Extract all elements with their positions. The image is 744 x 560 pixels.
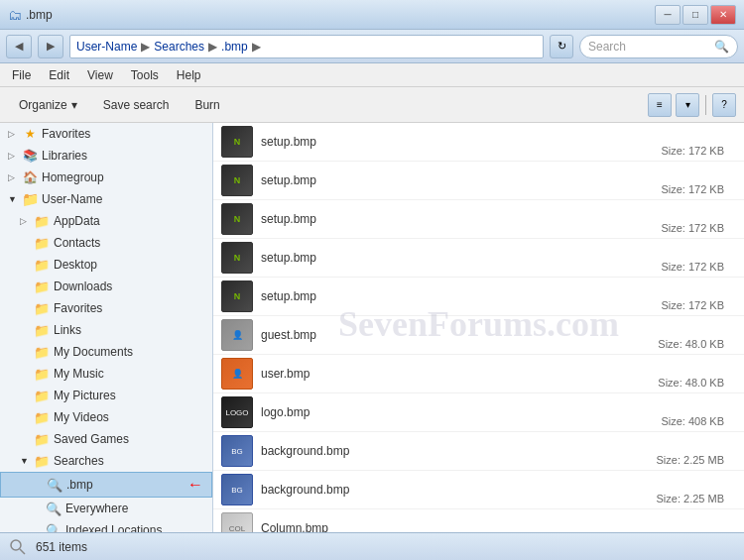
back-button[interactable]: ◀	[6, 35, 32, 58]
folder-icon: 📁	[34, 409, 50, 425]
title-bar-title: .bmp	[26, 8, 53, 22]
refresh-button[interactable]: ↻	[550, 35, 573, 58]
sidebar-item-label: My Videos	[54, 410, 204, 424]
address-crumb-username[interactable]: User-Name	[76, 40, 137, 54]
file-item[interactable]: N setup.bmp Size: 172 KB	[213, 239, 744, 278]
search-box[interactable]: Search 🔍	[579, 35, 738, 58]
file-thumbnail: N	[221, 280, 253, 312]
file-item[interactable]: N setup.bmp Size: 172 KB	[213, 162, 744, 200]
organize-button[interactable]: Organize ▾	[8, 91, 88, 119]
file-size: Size: 172 KB	[661, 299, 724, 311]
file-thumbnail: BG	[221, 474, 253, 505]
forward-button[interactable]: ▶	[38, 35, 63, 58]
sidebar-item-libraries[interactable]: ▷ 📚 Libraries	[0, 145, 212, 167]
file-size: Size: 2.25 MB	[657, 493, 724, 504]
close-button[interactable]: ✕	[710, 5, 736, 25]
toolbar-right: ≡ ▾ ?	[648, 93, 736, 117]
expand-icon: ▼	[20, 456, 30, 466]
sidebar-item-savedgames[interactable]: 📁 Saved Games	[0, 428, 212, 450]
sidebar-item-desktop[interactable]: 📁 Desktop	[0, 254, 212, 276]
folder-icon: 📁	[34, 257, 50, 273]
file-size: Size: 408 KB	[661, 415, 724, 427]
menu-tools[interactable]: Tools	[127, 66, 163, 84]
menu-file[interactable]: File	[8, 66, 35, 84]
sidebar-item-label: Homegroup	[42, 170, 204, 184]
svg-point-0	[11, 540, 21, 550]
menu-help[interactable]: Help	[173, 66, 205, 84]
sidebar-item-indexedlocations[interactable]: 🔍 Indexed Locations	[0, 519, 212, 532]
file-thumbnail: 👤	[221, 319, 253, 351]
folder-icon: 📁	[34, 322, 50, 338]
view-dropdown-button[interactable]: ▾	[676, 93, 699, 117]
sidebar-item-downloads[interactable]: 📁 Downloads	[0, 276, 212, 297]
menu-view[interactable]: View	[83, 66, 117, 84]
search-folder-icon: 🔍	[47, 477, 62, 493]
file-item[interactable]: BG background.bmp Size: 2.25 MB	[213, 471, 744, 509]
sidebar-item-favorites2[interactable]: 📁 Favorites	[0, 297, 212, 319]
sidebar-item-label: Searches	[54, 454, 204, 468]
minimize-button[interactable]: ─	[655, 5, 681, 25]
file-size: Size: 2.25 MB	[657, 454, 724, 466]
address-crumb-bmp[interactable]: .bmp	[221, 40, 248, 54]
item-count: 651 items	[36, 540, 87, 554]
help-button[interactable]: ?	[712, 93, 736, 117]
file-size: Size: 48.0 KB	[658, 377, 724, 389]
save-search-button[interactable]: Save search	[92, 91, 181, 119]
sidebar-item-mydocuments[interactable]: 📁 My Documents	[0, 341, 212, 363]
view-toggle-button[interactable]: ≡	[648, 93, 672, 117]
sidebar-item-appdata[interactable]: ▷ 📁 AppData	[0, 210, 212, 232]
sidebar-item-searches[interactable]: ▼ 📁 Searches	[0, 450, 212, 472]
file-item[interactable]: N setup.bmp Size: 172 KB	[213, 123, 744, 162]
sidebar-item-label: Downloads	[54, 280, 204, 293]
file-thumbnail: COL	[221, 512, 253, 532]
file-thumbnail: LOGO	[221, 396, 253, 428]
file-thumbnail: N	[221, 203, 253, 235]
sidebar-item-bmp[interactable]: 🔍 .bmp ←	[0, 472, 212, 498]
file-item[interactable]: LOGO logo.bmp Size: 408 KB	[213, 393, 744, 432]
title-bar: 🗂 .bmp ─ □ ✕	[0, 0, 744, 30]
sidebar-item-label: My Documents	[54, 345, 204, 359]
maximize-button[interactable]: □	[682, 5, 708, 25]
file-size: Size: 172 KB	[661, 261, 724, 273]
sidebar-item-myvideos[interactable]: 📁 My Videos	[0, 406, 212, 428]
file-item[interactable]: BG background.bmp Size: 2.25 MB	[213, 432, 744, 471]
sidebar-item-everywhere[interactable]: 🔍 Everywhere	[0, 498, 212, 519]
menu-edit[interactable]: Edit	[45, 66, 73, 84]
file-item[interactable]: N setup.bmp Size: 172 KB	[213, 200, 744, 239]
burn-button[interactable]: Burn	[184, 91, 230, 119]
title-bar-left: 🗂 .bmp	[8, 7, 53, 23]
folder-icon: 📁	[34, 388, 50, 403]
address-crumb-searches[interactable]: Searches	[154, 40, 204, 54]
sidebar-item-homegroup[interactable]: ▷ 🏠 Homegroup	[0, 167, 212, 188]
file-item[interactable]: 👤 user.bmp Size: 48.0 KB	[213, 355, 744, 393]
sidebar-item-username[interactable]: ▼ 📁 User-Name	[0, 188, 212, 210]
sidebar-item-mypictures[interactable]: 📁 My Pictures	[0, 385, 212, 406]
address-path[interactable]: User-Name ▶ Searches ▶ .bmp ▶	[69, 35, 544, 58]
sidebar-item-favorites[interactable]: ▷ ★ Favorites	[0, 123, 212, 145]
title-bar-controls: ─ □ ✕	[655, 5, 736, 25]
file-size: Size: 172 KB	[661, 145, 724, 157]
expand-icon: ▷	[8, 151, 18, 161]
file-thumbnail: 👤	[221, 358, 253, 390]
file-item[interactable]: 👤 guest.bmp Size: 48.0 KB	[213, 316, 744, 355]
folder-icon: 📁	[34, 344, 50, 360]
sidebar-item-links[interactable]: 📁 Links	[0, 319, 212, 341]
file-size: Size: 172 KB	[661, 222, 724, 234]
sidebar-item-mymusic[interactable]: 📁 My Music	[0, 363, 212, 385]
folder-icon: 📁	[34, 213, 50, 229]
homegroup-icon: 🏠	[22, 169, 38, 185]
sidebar-item-label: User-Name	[42, 192, 204, 206]
folder-icon: 📁	[34, 300, 50, 316]
file-item[interactable]: N setup.bmp Size: 172 KB	[213, 278, 744, 316]
file-item[interactable]: COL Column.bmp Size: 18.1 KB	[213, 509, 744, 532]
status-search-icon	[8, 537, 28, 557]
sidebar-item-label: Desktop	[54, 258, 204, 272]
file-size: Size: 172 KB	[661, 183, 724, 195]
sidebar-item-contacts[interactable]: 📁 Contacts	[0, 232, 212, 254]
main-area: ▷ ★ Favorites ▷ 📚 Libraries ▷ 🏠 Homegrou…	[0, 123, 744, 532]
search-placeholder: Search	[588, 40, 626, 54]
expand-icon: ▷	[8, 129, 18, 139]
folder-icon: 📁	[34, 235, 50, 251]
status-bar: 651 items	[0, 532, 744, 560]
file-thumbnail: BG	[221, 435, 253, 467]
